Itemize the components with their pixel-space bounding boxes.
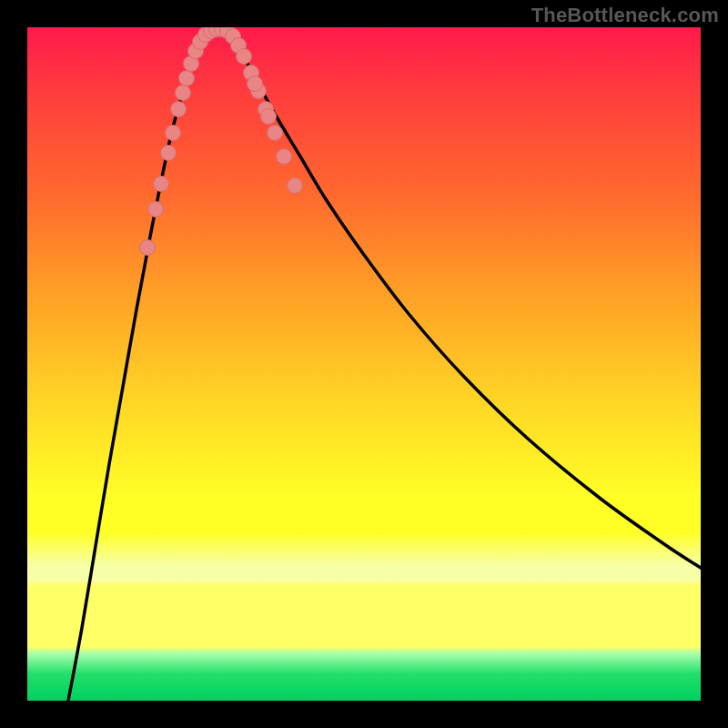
marker-left-markers <box>140 240 156 256</box>
curve-layer <box>68 29 701 701</box>
marker-left-markers <box>148 202 164 217</box>
marker-left-markers <box>179 71 195 86</box>
plot-area <box>27 27 701 701</box>
chart-canvas: TheBottleneck.com <box>0 0 728 728</box>
marker-right-markers <box>248 76 263 92</box>
marker-layer <box>140 27 303 256</box>
v-curve-right-curve <box>228 29 701 568</box>
marker-left-markers <box>171 102 187 117</box>
marker-left-markers <box>166 126 181 141</box>
v-curve-left-curve <box>68 29 206 701</box>
marker-left-markers <box>154 177 169 192</box>
marker-right-markers <box>261 109 277 125</box>
chart-svg <box>27 27 701 701</box>
marker-left-markers <box>161 146 177 161</box>
watermark-text: TheBottleneck.com <box>531 4 719 27</box>
marker-right-markers <box>277 149 292 165</box>
marker-left-markers <box>176 86 191 101</box>
marker-right-markers <box>288 178 303 194</box>
marker-right-markers <box>268 126 283 141</box>
marker-right-markers <box>237 49 252 65</box>
